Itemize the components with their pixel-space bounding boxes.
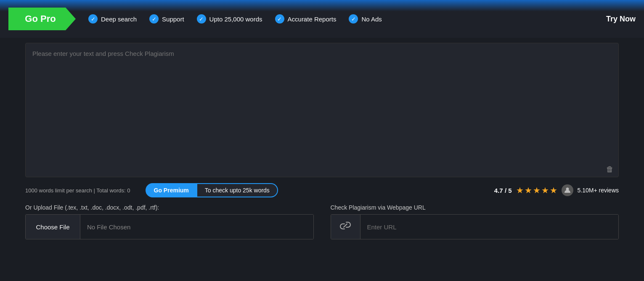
url-input-row <box>331 214 619 239</box>
upload-url-row: Or Upload File (.tex, .txt, .doc, .docx,… <box>25 204 619 239</box>
file-input-row: Choose File No File Chosen <box>25 214 314 239</box>
star-5: ★ <box>550 185 557 195</box>
feature-support: ✓ Support <box>149 14 184 24</box>
pro-banner: Go Pro ✓ Deep search ✓ Support ✓ Upto 25… <box>0 0 644 38</box>
upload-label: Or Upload File (.tex, .txt, .doc, .docx,… <box>25 204 314 211</box>
check-words-label: To check upto 25k words <box>197 183 278 197</box>
bottom-info-left: 1000 words limit per search | Total word… <box>25 183 278 197</box>
pro-features-list: ✓ Deep search ✓ Support ✓ Upto 25,000 wo… <box>88 14 606 24</box>
delete-icon[interactable]: 🗑 <box>606 165 614 174</box>
text-input[interactable] <box>25 43 619 177</box>
check-icon-support: ✓ <box>149 14 159 24</box>
check-icon-reports: ✓ <box>275 14 284 24</box>
main-content: 🗑 1000 words limit per search | Total wo… <box>0 38 644 248</box>
no-file-label: No File Chosen <box>80 215 313 239</box>
go-pro-badge[interactable]: Go Pro <box>8 8 76 30</box>
url-icon-button[interactable] <box>331 215 360 239</box>
reviews-avatar <box>562 184 573 196</box>
link-icon <box>339 220 351 234</box>
rating-score: 4.7 / 5 <box>494 187 512 194</box>
stars: ★ ★ ★ ★ ★ <box>516 185 557 195</box>
feature-deep-search: ✓ Deep search <box>88 14 137 24</box>
url-input[interactable] <box>360 215 619 239</box>
upload-section: Or Upload File (.tex, .txt, .doc, .docx,… <box>25 204 314 239</box>
textarea-wrapper: 🗑 <box>25 43 619 179</box>
check-icon-words: ✓ <box>197 14 206 24</box>
star-4: ★ <box>541 185 549 195</box>
go-premium-button[interactable]: Go Premium <box>146 183 197 197</box>
check-icon-deep-search: ✓ <box>88 14 98 24</box>
premium-cta: Go Premium To check upto 25k words <box>146 183 278 197</box>
choose-file-button[interactable]: Choose File <box>26 215 80 239</box>
star-1: ★ <box>516 185 524 195</box>
url-section: Check Plagiarism via Webpage URL <box>331 204 619 239</box>
url-section-label: Check Plagiarism via Webpage URL <box>331 204 619 211</box>
try-now-button[interactable]: Try Now <box>606 15 636 24</box>
check-icon-no-ads: ✓ <box>349 14 358 24</box>
rating-section: 4.7 / 5 ★ ★ ★ ★ ★ 5.10M+ reviews <box>494 184 619 196</box>
word-limit-text: 1000 words limit per search | Total word… <box>25 187 130 194</box>
reviews-count: 5.10M+ reviews <box>578 187 619 194</box>
star-3: ★ <box>533 185 541 195</box>
feature-reports: ✓ Accurate Reports <box>275 14 337 24</box>
star-2: ★ <box>525 185 532 195</box>
feature-no-ads: ✓ No Ads <box>349 14 382 24</box>
feature-words: ✓ Upto 25,000 words <box>197 14 262 24</box>
bottom-info-row: 1000 words limit per search | Total word… <box>25 183 619 197</box>
